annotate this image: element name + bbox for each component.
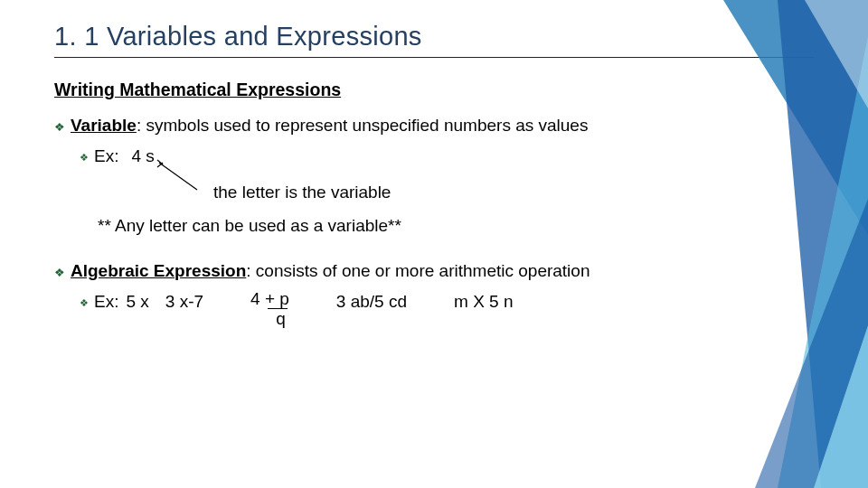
example-d: 3 ab/5 cd — [336, 290, 407, 314]
example-c-fraction: 4 + p q — [250, 290, 289, 329]
arrow-icon — [141, 157, 250, 199]
variable-term: Variable — [71, 116, 137, 135]
bullet-algebraic-text: Algebraic Expression: consists of one or… — [71, 259, 590, 283]
slide-body: Writing Mathematical Expressions ❖ Varia… — [54, 78, 814, 328]
bullet-variable: ❖ Variable: symbols used to represent un… — [54, 114, 814, 137]
svg-marker-8 — [805, 0, 868, 108]
algebraic-examples: 5 x 3 x-7 4 + p q 3 ab/5 cd m X 5 n — [126, 290, 513, 329]
example-b: 3 x-7 — [165, 290, 203, 314]
example-c-denominator: q — [276, 310, 289, 328]
variable-def: : symbols used to represent unspecified … — [137, 116, 589, 135]
variable-asterisk-note: ** Any letter can be used as a variable*… — [54, 214, 814, 238]
slide-title: 1. 1 Variables and Expressions — [54, 22, 814, 52]
bullet-algebraic: ❖ Algebraic Expression: consists of one … — [54, 259, 814, 283]
example-c-numerator: 4 + p — [250, 290, 289, 308]
algebraic-example-row: ❖ Ex: 5 x 3 x-7 4 + p q 3 ab/5 cd m X 5 … — [54, 290, 814, 329]
algebraic-def: : consists of one or more arithmetic ope… — [246, 261, 590, 280]
bullet-variable-text: Variable: symbols used to represent unsp… — [71, 114, 588, 137]
section-heading: Writing Mathematical Expressions — [54, 78, 814, 101]
algebraic-term: Algebraic Expression — [71, 261, 246, 280]
diamond-bullet-icon: ❖ — [80, 290, 94, 310]
example-label: Ex: — [94, 290, 118, 314]
variable-example-row: ❖ Ex: 4 s — [54, 145, 814, 168]
example-e: m X 5 n — [454, 290, 513, 314]
title-divider — [54, 57, 814, 58]
slide: 1. 1 Variables and Expressions Writing M… — [0, 0, 868, 488]
diamond-bullet-icon: ❖ — [54, 114, 71, 136]
diamond-bullet-icon: ❖ — [54, 259, 71, 281]
example-a: 5 x — [126, 290, 148, 314]
svg-marker-7 — [814, 325, 868, 488]
example-label: Ex: — [94, 145, 118, 168]
diamond-bullet-icon: ❖ — [80, 145, 94, 164]
svg-line-0 — [159, 163, 197, 190]
